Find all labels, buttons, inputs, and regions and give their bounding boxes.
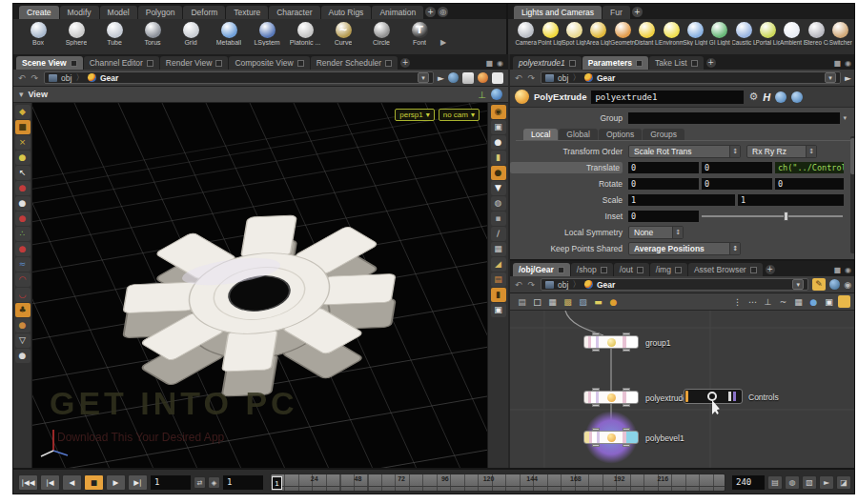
node-label-polybevel1[interactable]: polybevel1	[645, 433, 684, 443]
rotate-y-field[interactable]: 0	[702, 178, 772, 190]
keyframe-options-button[interactable]: ▧	[802, 475, 817, 490]
inset-slider[interactable]	[702, 211, 843, 222]
grid-view-icon[interactable]: ▦	[546, 297, 559, 307]
shelf-tab[interactable]: Character	[269, 6, 319, 19]
node-polybevel1[interactable]	[583, 431, 639, 444]
shelf-tab[interactable]: Polygon	[138, 6, 183, 19]
pane-menu-icon[interactable]: ◉	[845, 59, 851, 68]
shelf-tab[interactable]: Lights and Cameras	[514, 6, 602, 19]
translate-x-field[interactable]: 0	[628, 162, 699, 173]
scene-path-field[interactable]: obj 〉 Gear ▾	[44, 71, 434, 84]
node-name-field[interactable]: polyextrude1	[591, 91, 744, 104]
shelf-tab[interactable]: Auto Rigs	[321, 6, 372, 19]
new-pane-tab-button[interactable]: +	[706, 58, 716, 68]
pane-maximize-icon[interactable]: ■	[833, 266, 841, 274]
keep-points-shared-select[interactable]: Average Positions ↕	[628, 242, 741, 255]
hand-tool-icon[interactable]: ●	[15, 349, 31, 363]
sticky-note-icon[interactable]: ▬	[592, 297, 604, 307]
dash-menu-icon[interactable]: ⋯	[746, 297, 759, 307]
inset-label[interactable]: Inset	[510, 212, 623, 221]
shelf-add-button[interactable]: +	[425, 7, 436, 17]
shelf-add-button[interactable]: +	[632, 7, 643, 17]
realtime-toggle-button[interactable]: ◈	[208, 476, 220, 489]
shelf-tool[interactable]: LSystem	[248, 19, 286, 46]
jump-start-button[interactable]: |◀◀	[18, 474, 38, 491]
shelf-tool[interactable]: Switcher	[828, 19, 852, 46]
local-symmetry-select[interactable]: None ↕	[628, 226, 684, 239]
path-dropdown-icon[interactable]: ▾	[792, 279, 804, 290]
shelf-tool[interactable]: Portal Light	[756, 19, 780, 46]
new-pane-tab-button[interactable]: +	[400, 58, 410, 68]
network-menu-icon[interactable]: ◉	[844, 280, 851, 290]
scoped-channels-button[interactable]: ►	[819, 475, 834, 490]
path-node[interactable]: Gear	[100, 73, 118, 83]
prims-mode-icon[interactable]: ∴	[15, 227, 31, 241]
pane-maximize-icon[interactable]: ■	[833, 59, 841, 68]
new-pane-tab-button[interactable]: +	[766, 265, 775, 274]
nav-forward-icon[interactable]: ↷	[528, 280, 538, 290]
cone-display-icon[interactable]: ◢	[491, 257, 506, 272]
persp-menu[interactable]: persp1 ▾	[395, 109, 434, 121]
param-folder-tab[interactable]: Groups	[643, 129, 684, 140]
shelf-tool[interactable]: Grid	[172, 19, 210, 46]
camera-lock-icon[interactable]: ▣	[491, 120, 506, 134]
dynamics-mode-icon[interactable]: ≈	[15, 257, 31, 272]
shaded-mode-icon[interactable]: ●	[491, 166, 506, 180]
pane-tab[interactable]: /out	[614, 263, 649, 276]
pane-tab[interactable]: Render View	[160, 56, 229, 70]
paint-pick-icon[interactable]: ●	[15, 151, 31, 165]
path-node[interactable]: Gear	[597, 280, 615, 290]
points-mode-icon[interactable]: ●	[15, 196, 31, 211]
translate-y-field[interactable]: 0	[702, 162, 772, 173]
param-folder-tab[interactable]: Local	[523, 129, 558, 140]
shelf-tool[interactable]: Torus	[133, 19, 172, 46]
shelf-tab[interactable]: Modify	[60, 6, 99, 19]
select-mode-icon[interactable]: ◆	[15, 105, 31, 119]
comment-icon[interactable]	[791, 91, 803, 103]
auto-key-button[interactable]: ◪	[836, 475, 851, 490]
frame-all-icon[interactable]: ▣	[823, 297, 835, 307]
pane-tab[interactable]: Take List	[649, 56, 704, 70]
timeline-ruler[interactable]: 24 48 72 96 120 144 168 192 216 1	[270, 474, 725, 492]
shelf-tool[interactable]: Ambient L...	[780, 19, 804, 46]
active-flag-icon[interactable]: ▮	[491, 288, 506, 302]
pane-tab[interactable]: Render Scheduler	[311, 56, 398, 70]
pane-tab[interactable]: /img	[650, 263, 687, 276]
shelf-tool[interactable]: Sky Light	[684, 19, 707, 46]
path-root[interactable]: obj	[558, 280, 568, 290]
shelf-tab[interactable]: Model	[100, 6, 137, 19]
pane-menu-icon[interactable]: ◉	[845, 266, 851, 274]
node-label-controls[interactable]: Controls	[748, 393, 779, 402]
connectivity-icon[interactable]: ▤	[516, 297, 528, 307]
divider-dot-icon[interactable]: ▪	[491, 212, 506, 226]
view-sphere-icon[interactable]: ●	[491, 135, 506, 150]
view-toolbar-label[interactable]: View	[29, 90, 48, 99]
group-field[interactable]	[628, 112, 840, 124]
shelf-tool[interactable]: Point Light	[538, 19, 562, 46]
shelf-tool[interactable]: GI Light	[707, 19, 731, 46]
shelf-tool[interactable]: Metaball	[210, 19, 248, 46]
nav-back-icon[interactable]: ↶	[515, 280, 524, 290]
params-path-field[interactable]: obj 〉 Gear ▾	[541, 71, 841, 84]
param-folder-tab[interactable]: Options	[599, 129, 642, 140]
path-dropdown-icon[interactable]: ▾	[825, 72, 836, 83]
isolate-icon[interactable]: ▼	[491, 181, 506, 195]
rotate-label[interactable]: Rotate	[510, 179, 623, 189]
light-tool-icon[interactable]: ▽	[15, 333, 31, 348]
params-scrollbar[interactable]	[850, 136, 855, 253]
shelf-tab[interactable]: Deform	[183, 6, 225, 19]
path-root[interactable]: obj	[61, 73, 72, 83]
playback-range-field[interactable]: 1	[223, 475, 263, 490]
gear-menu-icon[interactable]: ⚙	[748, 91, 758, 103]
objects-mode-icon[interactable]: ●	[15, 181, 31, 195]
visibility-icon[interactable]: ◉	[491, 105, 506, 119]
shelf-tool[interactable]: Geometry...	[611, 19, 635, 46]
path-dropdown-icon[interactable]: ▾	[418, 72, 429, 83]
select-arrow-icon[interactable]: ↖	[15, 166, 31, 180]
play-button[interactable]: ▶	[106, 474, 126, 491]
rotate-order-select[interactable]: Rx Ry Rz ↕	[746, 145, 817, 158]
network-tree-icon[interactable]: ⊥	[478, 90, 486, 100]
node-polyextrude1[interactable]	[583, 391, 639, 404]
node-color-swatch[interactable]	[838, 295, 850, 308]
group-dropdown-icon[interactable]: ▾	[843, 114, 847, 122]
